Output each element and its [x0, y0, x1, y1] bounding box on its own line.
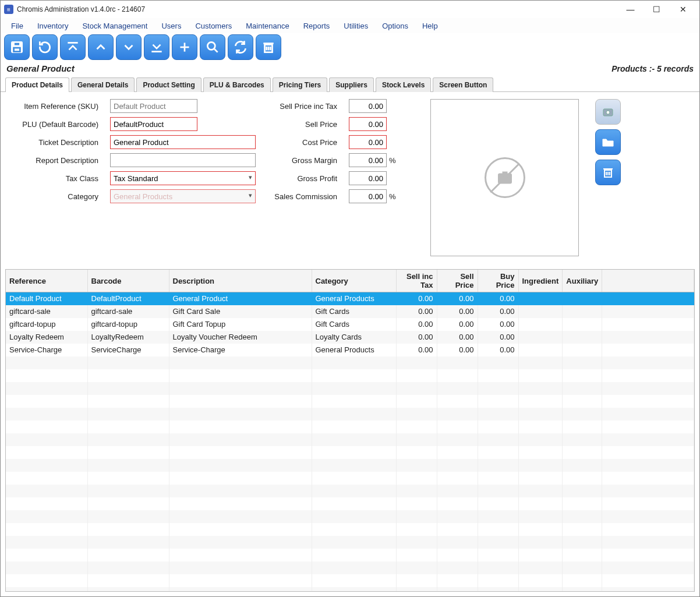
table-row[interactable]: [6, 446, 694, 459]
pct-margin: %: [389, 156, 396, 165]
table-row[interactable]: [6, 421, 694, 433]
col-barcode[interactable]: Barcode: [87, 270, 169, 292]
table-row[interactable]: [6, 561, 694, 574]
add-icon[interactable]: [172, 34, 197, 60]
delete-image-button[interactable]: [595, 160, 621, 185]
scroll-bottom-icon[interactable]: [144, 34, 169, 60]
col-auxiliary[interactable]: Auxiliary: [563, 270, 602, 292]
cost-price-field[interactable]: [349, 135, 387, 149]
tab-general-details[interactable]: General Details: [71, 77, 135, 92]
refresh-icon[interactable]: [228, 34, 253, 60]
table-row[interactable]: [6, 433, 694, 446]
tab-plu-barcodes[interactable]: PLU & Barcodes: [203, 77, 271, 92]
sku-field[interactable]: [110, 99, 197, 113]
col-sell-inc[interactable]: Sell inc Tax: [396, 270, 437, 292]
table-row[interactable]: [6, 356, 694, 369]
category-select[interactable]: General Products: [110, 189, 256, 203]
tab-pricing-tiers[interactable]: Pricing Tiers: [273, 77, 327, 92]
capture-image-button[interactable]: [595, 99, 621, 125]
search-icon[interactable]: [200, 34, 225, 60]
table-row[interactable]: [6, 574, 694, 587]
tax-class-select[interactable]: Tax Standard: [110, 171, 256, 185]
col-ingredient[interactable]: Ingredient: [518, 270, 563, 292]
gross-margin-field[interactable]: [349, 153, 387, 167]
svg-rect-16: [502, 172, 507, 175]
label-sell: Sell Price: [305, 120, 337, 129]
menu-stock-management[interactable]: Stock Management: [76, 20, 153, 32]
table-row[interactable]: giftcard-topupgiftcard-topupGift Card To…: [6, 318, 694, 331]
tab-product-details[interactable]: Product Details: [5, 77, 69, 92]
app-icon: ≡: [4, 5, 13, 14]
table-row[interactable]: [6, 395, 694, 408]
menu-file[interactable]: File: [5, 20, 29, 32]
menu-users[interactable]: Users: [155, 20, 187, 32]
menu-utilities[interactable]: Utilities: [338, 20, 374, 32]
page-title: General Product: [6, 63, 611, 73]
menu-customers[interactable]: Customers: [189, 20, 238, 32]
table-row[interactable]: [6, 536, 694, 549]
svg-rect-1: [14, 42, 20, 46]
tab-stock-levels[interactable]: Stock Levels: [376, 77, 431, 92]
table-row[interactable]: [6, 472, 694, 485]
menu-options[interactable]: Options: [376, 20, 414, 32]
toolbar: [1, 33, 699, 61]
product-image-panel: [430, 99, 579, 256]
minimize-button[interactable]: —: [617, 1, 644, 17]
table-row[interactable]: giftcard-salegiftcard-saleGift Card Sale…: [6, 305, 694, 318]
table-row[interactable]: [6, 549, 694, 561]
menu-inventory[interactable]: Inventory: [31, 20, 74, 32]
label-sell-inc: Sell Price inc Tax: [280, 102, 337, 111]
arrow-down-icon[interactable]: [116, 34, 142, 60]
sales-commission-field[interactable]: [349, 189, 387, 203]
close-button[interactable]: ✕: [670, 1, 696, 17]
table-row[interactable]: [6, 587, 694, 592]
arrow-up-icon[interactable]: [88, 34, 114, 60]
menu-help[interactable]: Help: [416, 20, 444, 32]
products-table[interactable]: Reference Barcode Description Category S…: [5, 269, 695, 592]
col-sell-price[interactable]: Sell Price: [437, 270, 478, 292]
reload-icon[interactable]: [32, 34, 58, 60]
sell-price-field[interactable]: [349, 117, 387, 131]
browse-image-button[interactable]: [595, 129, 621, 155]
report-field[interactable]: [110, 153, 256, 167]
menubar: File Inventory Stock Management Users Cu…: [1, 18, 699, 33]
table-row[interactable]: [6, 382, 694, 395]
table-row[interactable]: [6, 510, 694, 523]
delete-icon[interactable]: [256, 34, 281, 60]
plu-field[interactable]: [110, 117, 197, 131]
label-plu: PLU (Default Barcode): [22, 120, 98, 129]
save-icon[interactable]: [4, 34, 30, 60]
table-row[interactable]: Default ProductDefaultProductGeneral Pro…: [6, 292, 694, 305]
col-buy-price[interactable]: Buy Price: [478, 270, 518, 292]
col-description[interactable]: Description: [169, 270, 312, 292]
table-row[interactable]: [6, 497, 694, 510]
label-category: Category: [68, 192, 98, 201]
menu-reports[interactable]: Reports: [298, 20, 336, 32]
table-row[interactable]: Loyalty RedeemLoyaltyRedeemLoyalty Vouch…: [6, 331, 694, 344]
ticket-field[interactable]: [110, 135, 256, 149]
table-row[interactable]: [6, 369, 694, 382]
table-row[interactable]: Service-ChargeServiceChargeService-Charg…: [6, 344, 694, 356]
titlebar: ≡ Chromis Administration v1.4.0rc - 2146…: [1, 1, 699, 18]
scroll-top-icon[interactable]: [60, 34, 86, 60]
label-ticket: Ticket Description: [38, 138, 98, 147]
tab-screen-button[interactable]: Screen Button: [433, 77, 493, 92]
table-row[interactable]: [6, 523, 694, 536]
table-row[interactable]: [6, 485, 694, 497]
gross-profit-field[interactable]: [349, 171, 387, 185]
menu-maintenance[interactable]: Maintenance: [240, 20, 295, 32]
tab-suppliers[interactable]: Suppliers: [329, 77, 374, 92]
pct-commission: %: [389, 192, 396, 201]
table-row[interactable]: [6, 459, 694, 472]
table-row[interactable]: [6, 408, 694, 421]
tab-product-setting[interactable]: Product Setting: [136, 77, 201, 92]
svg-point-7: [207, 42, 215, 50]
col-reference[interactable]: Reference: [6, 270, 87, 292]
svg-point-18: [606, 111, 610, 114]
window-title: Chromis Administration v1.4.0rc - 214607: [17, 5, 617, 13]
maximize-button[interactable]: ☐: [644, 1, 670, 17]
col-category[interactable]: Category: [312, 270, 396, 292]
label-commission: Sales Commission: [274, 192, 337, 201]
sell-inc-field[interactable]: [349, 99, 387, 113]
label-report: Report Description: [36, 156, 98, 165]
